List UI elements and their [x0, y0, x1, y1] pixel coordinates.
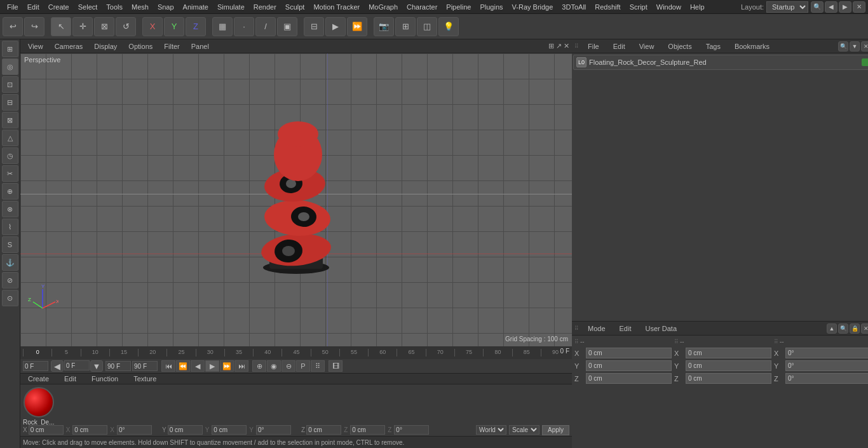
z-axis-button[interactable]: Z — [186, 17, 206, 36]
key-all-button[interactable]: ⊕ — [252, 360, 266, 372]
attr-lock-icon[interactable]: 🔒 — [850, 323, 860, 334]
light-button[interactable]: 💡 — [438, 17, 459, 36]
current-frame-input[interactable] — [64, 360, 90, 370]
camera-button[interactable]: 📷 — [374, 17, 394, 36]
x-size-input[interactable] — [686, 348, 771, 358]
menu-script[interactable]: Script — [625, 2, 652, 12]
rp-filter-btn[interactable]: ▼ — [850, 41, 860, 51]
apply-button[interactable]: Apply — [542, 425, 569, 435]
step-forward-button[interactable]: ⏩ — [220, 360, 234, 372]
menu-snap[interactable]: Snap — [153, 2, 179, 12]
bc-z3-input[interactable] — [394, 425, 429, 435]
bc-y2-input[interactable] — [212, 425, 247, 435]
object-mode-button[interactable]: ▦ — [212, 17, 233, 36]
ls-btn-10[interactable]: ⊗ — [2, 201, 18, 217]
viewport-icon-close[interactable]: ✕ — [564, 42, 569, 50]
menu-pipeline[interactable]: Pipeline — [442, 2, 475, 12]
key-sel-button[interactable]: ◉ — [267, 360, 281, 372]
viewport-tab-filter[interactable]: Filter — [159, 41, 184, 51]
menu-vray[interactable]: V-Ray Bridge — [508, 2, 558, 12]
rp-tab-edit[interactable]: Edit — [608, 41, 630, 51]
bc-x2-input[interactable] — [72, 425, 107, 435]
goto-start-button[interactable]: ⏮ — [161, 360, 175, 372]
rp-tab-bookmarks[interactable]: Bookmarks — [729, 41, 775, 51]
render-end-input[interactable] — [132, 361, 158, 371]
bc-y-input[interactable] — [168, 425, 203, 435]
rp-tab-tags[interactable]: Tags — [701, 41, 726, 51]
bc-x3-input[interactable] — [117, 425, 152, 435]
attr-tab-mode[interactable]: Mode — [583, 323, 611, 334]
rp-search-btn[interactable]: 🔍 — [838, 41, 848, 51]
poly-mode-button[interactable]: ▣ — [277, 17, 297, 36]
ls-btn-11[interactable]: ⌇ — [2, 219, 18, 235]
viewport-tab-display[interactable]: Display — [89, 41, 122, 51]
viewport-tab-options[interactable]: Options — [123, 41, 158, 51]
y-size-input[interactable] — [686, 360, 771, 371]
menu-3dtoall[interactable]: 3DToAll — [557, 2, 590, 12]
mp-tab-texture[interactable]: Texture — [128, 374, 161, 384]
rp-tab-objects[interactable]: Objects — [663, 41, 696, 51]
menu-file[interactable]: File — [3, 2, 23, 12]
scale-tool-button[interactable]: ⊠ — [94, 17, 114, 36]
z-rot-input[interactable] — [785, 373, 868, 384]
layout-select[interactable]: Startup — [766, 1, 808, 13]
ls-btn-4[interactable]: ⊟ — [2, 94, 18, 111]
object-visibility-dot[interactable] — [862, 58, 868, 66]
menu-animate[interactable]: Animate — [179, 2, 213, 12]
play-forward-button[interactable]: ▶ — [205, 360, 219, 372]
point-mode-button[interactable]: · — [234, 17, 254, 36]
mp-tab-edit[interactable]: Edit — [59, 374, 81, 384]
attr-tab-userdata[interactable]: User Data — [641, 323, 682, 334]
bc-y3-input[interactable] — [256, 425, 291, 435]
toolbar-close[interactable]: ✕ — [853, 1, 865, 13]
scale-dropdown[interactable]: Scale — [509, 425, 539, 435]
viewport-tab-panel[interactable]: Panel — [186, 41, 214, 51]
menu-edit[interactable]: Edit — [23, 2, 44, 12]
ls-btn-15[interactable]: ⊙ — [2, 290, 18, 306]
viewport-icon-expand[interactable]: ⊞ — [548, 42, 554, 50]
ls-btn-2[interactable]: ◎ — [2, 58, 18, 75]
object-row[interactable]: L0 Floating_Rock_Decor_Sculpture_Red — [573, 55, 868, 70]
menu-sculpt[interactable]: Sculpt — [281, 2, 309, 12]
menu-tools[interactable]: Tools — [102, 2, 127, 12]
undo-button[interactable]: ↩ — [3, 17, 23, 36]
bc-x-input[interactable] — [29, 425, 64, 435]
timeline-arrow-down[interactable]: ▼ — [90, 360, 103, 372]
grid-button[interactable]: ⊞ — [395, 17, 416, 36]
timeline-arrow-input[interactable]: ◀ — [51, 360, 64, 372]
toolbar-nav-prev[interactable]: ◀ — [825, 1, 837, 13]
ls-btn-13[interactable]: ⚓ — [2, 254, 18, 271]
3d-viewport[interactable]: Perspective — [20, 53, 572, 346]
material-item[interactable]: Rock_De... — [23, 387, 54, 426]
viewport-icon-float[interactable]: ↗ — [556, 42, 562, 50]
ls-btn-7[interactable]: ◷ — [2, 147, 18, 164]
menu-simulate[interactable]: Simulate — [213, 2, 249, 12]
menu-character[interactable]: Character — [402, 2, 442, 12]
key-rem-button[interactable]: ⊖ — [281, 360, 295, 372]
move-tool-button[interactable]: ✛ — [72, 17, 93, 36]
world-dropdown[interactable]: World — [476, 425, 506, 435]
menu-redshift[interactable]: Redshift — [590, 2, 625, 12]
key-dots-button[interactable]: ⠿ — [311, 360, 325, 372]
menu-help[interactable]: Help — [686, 2, 709, 12]
render-view-button[interactable]: ▶ — [325, 17, 346, 36]
rp-tab-file[interactable]: File — [583, 41, 604, 51]
ls-btn-1[interactable]: ⊞ — [2, 41, 18, 57]
menu-create[interactable]: Create — [44, 2, 74, 12]
toolbar-search-btn[interactable]: 🔍 — [811, 1, 824, 13]
view-settings-button[interactable]: ◫ — [417, 17, 437, 36]
mp-tab-create[interactable]: Create — [23, 374, 54, 384]
mp-tab-function[interactable]: Function — [86, 374, 123, 384]
ls-btn-5[interactable]: ⊠ — [2, 112, 18, 128]
rp-tab-view[interactable]: View — [634, 41, 660, 51]
ls-btn-9[interactable]: ⊕ — [2, 183, 18, 200]
x-axis-button[interactable]: X — [142, 17, 163, 36]
bc-z-input[interactable] — [306, 425, 341, 435]
menu-select[interactable]: Select — [74, 2, 102, 12]
viewport-tab-cameras[interactable]: Cameras — [50, 41, 88, 51]
z-size-input[interactable] — [686, 373, 771, 384]
x-pos-input[interactable] — [586, 348, 672, 358]
viewport-tab-view[interactable]: View — [23, 41, 48, 51]
goto-end-button[interactable]: ⏭ — [234, 360, 248, 372]
ls-btn-6[interactable]: △ — [2, 130, 18, 146]
